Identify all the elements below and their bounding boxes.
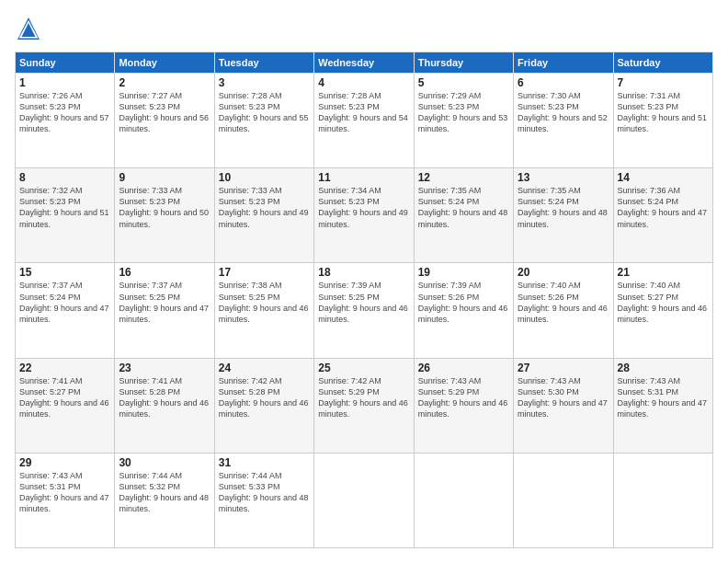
calendar-table: SundayMondayTuesdayWednesdayThursdayFrid… (15, 52, 713, 548)
day-cell: 24 Sunrise: 7:42 AMSunset: 5:28 PMDaylig… (214, 358, 313, 453)
week-row-2: 8 Sunrise: 7:32 AMSunset: 5:23 PMDayligh… (16, 168, 713, 263)
day-number: 4 (318, 76, 409, 89)
day-number: 7 (618, 76, 709, 89)
day-number: 11 (318, 171, 409, 184)
day-detail: Sunrise: 7:36 AMSunset: 5:24 PMDaylight:… (618, 185, 709, 230)
day-detail: Sunrise: 7:28 AMSunset: 5:23 PMDaylight:… (318, 90, 409, 135)
day-number: 24 (219, 362, 310, 374)
weekday-header-monday: Monday (115, 52, 214, 74)
day-detail: Sunrise: 7:27 AMSunset: 5:23 PMDaylight:… (119, 90, 210, 135)
day-detail: Sunrise: 7:37 AMSunset: 5:25 PMDaylight:… (119, 280, 210, 325)
day-cell: 31 Sunrise: 7:44 AMSunset: 5:33 PMDaylig… (214, 453, 313, 547)
day-number: 15 (19, 266, 110, 279)
day-detail: Sunrise: 7:43 AMSunset: 5:31 PMDaylight:… (19, 470, 110, 515)
week-row-1: 1 Sunrise: 7:26 AMSunset: 5:23 PMDayligh… (16, 74, 713, 168)
weekday-header-tuesday: Tuesday (214, 52, 313, 74)
day-detail: Sunrise: 7:33 AMSunset: 5:23 PMDaylight:… (119, 185, 210, 230)
day-detail: Sunrise: 7:31 AMSunset: 5:23 PMDaylight:… (618, 90, 709, 135)
day-cell (414, 453, 513, 547)
day-number: 23 (119, 362, 210, 374)
day-cell: 27 Sunrise: 7:43 AMSunset: 5:30 PMDaylig… (514, 358, 613, 453)
weekday-header-saturday: Saturday (613, 52, 712, 74)
day-number: 3 (219, 76, 310, 89)
day-cell: 19 Sunrise: 7:39 AMSunset: 5:26 PMDaylig… (414, 263, 513, 358)
day-cell: 29 Sunrise: 7:43 AMSunset: 5:31 PMDaylig… (16, 453, 115, 547)
day-detail: Sunrise: 7:40 AMSunset: 5:27 PMDaylight:… (618, 280, 709, 325)
day-cell: 11 Sunrise: 7:34 AMSunset: 5:23 PMDaylig… (314, 168, 414, 263)
day-number: 8 (19, 171, 110, 184)
day-cell: 6 Sunrise: 7:30 AMSunset: 5:23 PMDayligh… (514, 74, 613, 168)
day-number: 28 (618, 362, 709, 374)
day-detail: Sunrise: 7:39 AMSunset: 5:25 PMDaylight:… (318, 280, 409, 325)
day-cell: 14 Sunrise: 7:36 AMSunset: 5:24 PMDaylig… (613, 168, 712, 263)
day-number: 16 (119, 266, 210, 279)
day-number: 2 (119, 76, 210, 89)
weekday-header-row: SundayMondayTuesdayWednesdayThursdayFrid… (16, 52, 713, 74)
logo-icon (15, 15, 42, 42)
day-detail: Sunrise: 7:29 AMSunset: 5:23 PMDaylight:… (418, 90, 509, 135)
day-number: 10 (219, 171, 310, 184)
day-number: 17 (219, 266, 310, 279)
day-cell: 23 Sunrise: 7:41 AMSunset: 5:28 PMDaylig… (115, 358, 214, 453)
day-detail: Sunrise: 7:44 AMSunset: 5:32 PMDaylight:… (119, 470, 210, 515)
day-cell: 28 Sunrise: 7:43 AMSunset: 5:31 PMDaylig… (613, 358, 712, 453)
logo (15, 15, 46, 42)
day-cell (613, 453, 712, 547)
day-detail: Sunrise: 7:43 AMSunset: 5:31 PMDaylight:… (618, 375, 709, 420)
day-cell (514, 453, 613, 547)
day-cell: 9 Sunrise: 7:33 AMSunset: 5:23 PMDayligh… (115, 168, 214, 263)
day-detail: Sunrise: 7:35 AMSunset: 5:24 PMDaylight:… (418, 185, 509, 230)
weekday-header-friday: Friday (514, 52, 613, 74)
day-detail: Sunrise: 7:43 AMSunset: 5:29 PMDaylight:… (418, 375, 509, 420)
day-number: 31 (219, 456, 310, 469)
day-detail: Sunrise: 7:26 AMSunset: 5:23 PMDaylight:… (19, 90, 110, 135)
day-cell: 1 Sunrise: 7:26 AMSunset: 5:23 PMDayligh… (16, 74, 115, 168)
week-row-3: 15 Sunrise: 7:37 AMSunset: 5:24 PMDaylig… (16, 263, 713, 358)
day-cell: 2 Sunrise: 7:27 AMSunset: 5:23 PMDayligh… (115, 74, 214, 168)
day-cell: 5 Sunrise: 7:29 AMSunset: 5:23 PMDayligh… (414, 74, 513, 168)
day-number: 14 (618, 171, 709, 184)
weekday-header-thursday: Thursday (414, 52, 513, 74)
day-number: 20 (518, 266, 609, 279)
day-number: 13 (518, 171, 609, 184)
day-cell: 25 Sunrise: 7:42 AMSunset: 5:29 PMDaylig… (314, 358, 414, 453)
weekday-header-wednesday: Wednesday (314, 52, 414, 74)
day-number: 9 (119, 171, 210, 184)
day-detail: Sunrise: 7:35 AMSunset: 5:24 PMDaylight:… (518, 185, 609, 230)
day-detail: Sunrise: 7:28 AMSunset: 5:23 PMDaylight:… (219, 90, 310, 135)
day-cell: 12 Sunrise: 7:35 AMSunset: 5:24 PMDaylig… (414, 168, 513, 263)
day-cell: 4 Sunrise: 7:28 AMSunset: 5:23 PMDayligh… (314, 74, 414, 168)
day-number: 22 (19, 362, 110, 374)
day-cell: 22 Sunrise: 7:41 AMSunset: 5:27 PMDaylig… (16, 358, 115, 453)
day-detail: Sunrise: 7:30 AMSunset: 5:23 PMDaylight:… (518, 90, 609, 135)
day-cell: 8 Sunrise: 7:32 AMSunset: 5:23 PMDayligh… (16, 168, 115, 263)
day-number: 6 (518, 76, 609, 89)
page: SundayMondayTuesdayWednesdayThursdayFrid… (0, 0, 728, 563)
day-number: 25 (318, 362, 409, 374)
day-cell: 21 Sunrise: 7:40 AMSunset: 5:27 PMDaylig… (613, 263, 712, 358)
week-row-4: 22 Sunrise: 7:41 AMSunset: 5:27 PMDaylig… (16, 358, 713, 453)
day-cell: 30 Sunrise: 7:44 AMSunset: 5:32 PMDaylig… (115, 453, 214, 547)
day-cell: 3 Sunrise: 7:28 AMSunset: 5:23 PMDayligh… (214, 74, 313, 168)
day-detail: Sunrise: 7:38 AMSunset: 5:25 PMDaylight:… (219, 280, 310, 325)
day-cell: 20 Sunrise: 7:40 AMSunset: 5:26 PMDaylig… (514, 263, 613, 358)
day-detail: Sunrise: 7:41 AMSunset: 5:27 PMDaylight:… (19, 375, 110, 420)
day-detail: Sunrise: 7:41 AMSunset: 5:28 PMDaylight:… (119, 375, 210, 420)
day-detail: Sunrise: 7:37 AMSunset: 5:24 PMDaylight:… (19, 280, 110, 325)
day-number: 27 (518, 362, 609, 374)
day-number: 19 (418, 266, 509, 279)
day-number: 26 (418, 362, 509, 374)
day-cell: 16 Sunrise: 7:37 AMSunset: 5:25 PMDaylig… (115, 263, 214, 358)
day-detail: Sunrise: 7:44 AMSunset: 5:33 PMDaylight:… (219, 470, 310, 515)
day-cell: 26 Sunrise: 7:43 AMSunset: 5:29 PMDaylig… (414, 358, 513, 453)
week-row-5: 29 Sunrise: 7:43 AMSunset: 5:31 PMDaylig… (16, 453, 713, 547)
day-cell: 7 Sunrise: 7:31 AMSunset: 5:23 PMDayligh… (613, 74, 712, 168)
header (15, 15, 713, 42)
day-cell: 17 Sunrise: 7:38 AMSunset: 5:25 PMDaylig… (214, 263, 313, 358)
day-number: 29 (19, 456, 110, 469)
day-number: 5 (418, 76, 509, 89)
day-number: 30 (119, 456, 210, 469)
day-number: 21 (618, 266, 709, 279)
day-cell: 13 Sunrise: 7:35 AMSunset: 5:24 PMDaylig… (514, 168, 613, 263)
day-cell: 10 Sunrise: 7:33 AMSunset: 5:23 PMDaylig… (214, 168, 313, 263)
